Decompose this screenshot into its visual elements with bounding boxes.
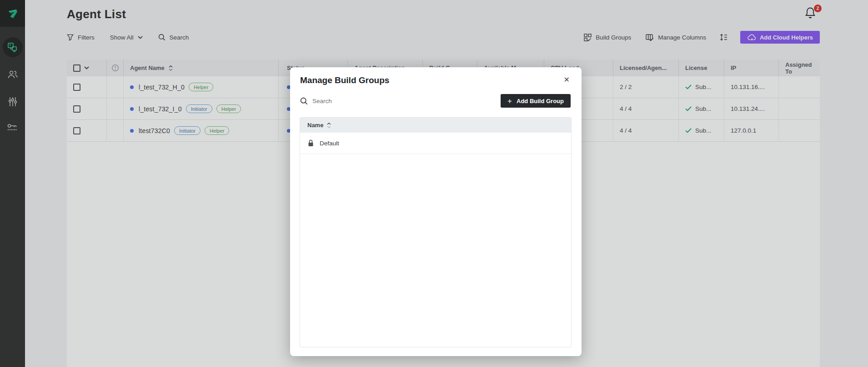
modal-search-input[interactable] [312,98,426,104]
lock-icon [308,139,314,147]
add-build-group-button[interactable]: + Add Build Group [501,94,571,108]
modal-title: Manage Build Groups [300,75,389,85]
build-group-name: Default [320,140,339,147]
search-icon [300,97,308,105]
build-group-row[interactable]: Default [300,133,571,154]
build-groups-list: Name Default [300,117,572,347]
modal-search-field[interactable] [300,97,426,105]
sort-icon [327,123,331,128]
modal-close-icon[interactable]: ✕ [562,75,572,84]
plus-icon: + [507,97,512,105]
build-groups-name-header[interactable]: Name [300,118,571,133]
manage-build-groups-modal: Manage Build Groups ✕ + Add Build Group … [290,67,582,356]
